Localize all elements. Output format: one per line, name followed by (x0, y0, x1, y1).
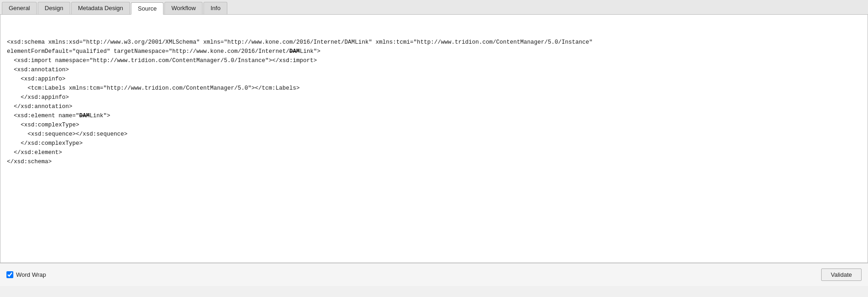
source-content-area: <xsd:schema xmlns:xsd="http://www.w3.org… (0, 15, 868, 263)
validate-button[interactable]: Validate (821, 268, 862, 281)
word-wrap-area: Word Wrap (6, 271, 46, 278)
tab-workflow[interactable]: Workflow (164, 2, 203, 14)
tab-general[interactable]: General (2, 2, 37, 14)
tab-source[interactable]: Source (131, 2, 163, 15)
tab-bar: General Design Metadata Design Source Wo… (0, 0, 868, 15)
tab-design[interactable]: Design (38, 2, 70, 14)
word-wrap-label[interactable]: Word Wrap (16, 271, 46, 278)
xml-source-code[interactable]: <xsd:schema xmlns:xsd="http://www.w3.org… (7, 19, 861, 166)
tab-info[interactable]: Info (203, 2, 227, 14)
word-wrap-checkbox[interactable] (6, 271, 13, 278)
tab-metadata-design[interactable]: Metadata Design (71, 2, 130, 14)
bottom-bar: Word Wrap Validate (0, 263, 868, 286)
